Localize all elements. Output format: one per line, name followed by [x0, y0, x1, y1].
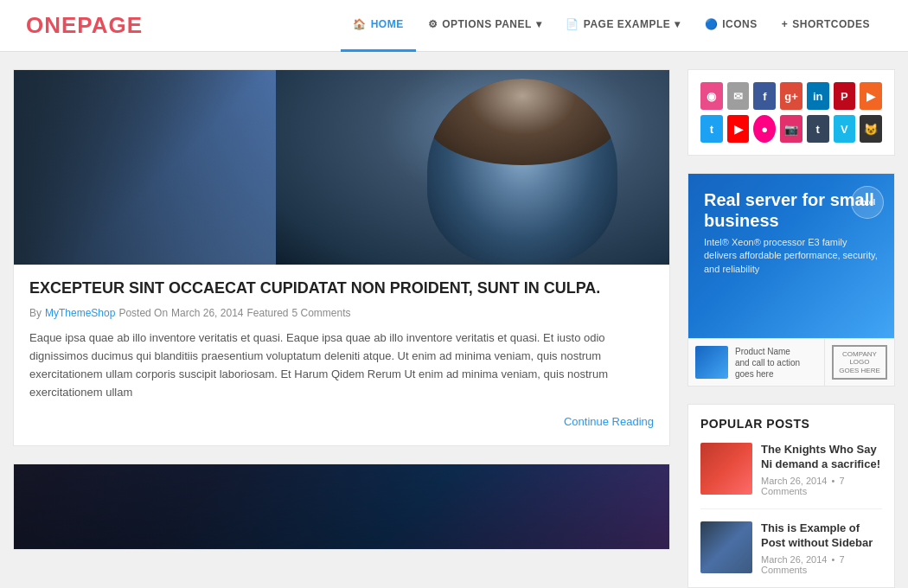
post-excerpt: Eaque ipsa quae ab illo inventore verita…	[29, 329, 654, 401]
social-icon-pinterest[interactable]: P	[834, 82, 856, 110]
social-icons-widget: ◉ ✉ f g+ in P ▶ t ▶ ● 📷 t V 😺	[687, 69, 895, 156]
social-icon-linkedin[interactable]: in	[807, 82, 829, 110]
dot-1: •	[832, 476, 835, 486]
social-icon-dribbble[interactable]: ◉	[700, 82, 723, 110]
intel-logo: intel	[851, 186, 884, 219]
social-icon-facebook[interactable]: f	[753, 82, 776, 110]
image-overlay	[14, 70, 669, 265]
popular-post-1[interactable]: The Knights Who Say Ni demand a sacrific…	[700, 443, 882, 509]
ad-widget[interactable]: intel Real server for small business Int…	[687, 173, 895, 387]
social-row-1: ◉ ✉ f g+ in P ▶	[700, 82, 882, 110]
social-icon-instagram[interactable]: 📷	[780, 115, 802, 143]
social-icon-tumblr[interactable]: t	[807, 115, 829, 143]
post-meta: By MyThemeShop Posted On March 26, 2014 …	[29, 307, 654, 319]
post-comments[interactable]: 5 Comments	[292, 307, 351, 319]
main-nav: 🏠 HOME ⚙ OPTIONS PANEL ▾ 📄 PAGE EXAMPLE …	[341, 0, 882, 51]
popular-post-2-title[interactable]: This is Example of Post without Sidebar	[761, 521, 882, 551]
post-date: March 26, 2014	[171, 307, 243, 319]
popular-post-2-info: This is Example of Post without Sidebar …	[761, 521, 882, 575]
popular-post-2[interactable]: This is Example of Post without Sidebar …	[700, 521, 882, 575]
second-post-card[interactable]	[13, 463, 670, 550]
social-icon-vimeo[interactable]: V	[834, 115, 856, 143]
social-icon-email[interactable]: ✉	[727, 82, 750, 110]
social-icon-cat[interactable]: 😺	[860, 115, 882, 143]
popular-posts-widget: POPULAR POSTS The Knights Who Say Ni dem…	[687, 404, 895, 588]
icons-icon: 🔵	[705, 18, 719, 30]
post-category[interactable]: Featured	[246, 307, 288, 319]
page-icon: 📄	[566, 18, 579, 30]
header: ONEPAGE 🏠 HOME ⚙ OPTIONS PANEL ▾ 📄 PAGE …	[0, 0, 908, 52]
post-body: EXCEPTEUR SINT OCCAECAT CUPIDATAT NON PR…	[14, 265, 669, 445]
options-icon: ⚙	[428, 18, 438, 30]
by-label: By	[29, 307, 42, 319]
post-featured-image[interactable]	[14, 70, 669, 265]
social-icon-twitter[interactable]: t	[700, 115, 723, 143]
social-icon-youtube[interactable]: ▶	[727, 115, 750, 143]
popular-post-2-image	[700, 521, 752, 573]
ad-bottom: Product Nameand call to actiongoes here …	[688, 338, 894, 386]
popular-posts-title: POPULAR POSTS	[700, 417, 882, 431]
home-icon: 🏠	[353, 18, 367, 30]
main-post-card: EXCEPTEUR SINT OCCAECAT CUPIDATAT NON PR…	[13, 69, 670, 446]
nav-item-home[interactable]: 🏠 HOME	[341, 0, 416, 52]
nav-item-shortcodes[interactable]: + SHORTCODES	[770, 0, 882, 52]
popular-post-2-meta: March 26, 2014 • 7 Comments	[761, 554, 882, 575]
social-row-2: t ▶ ● 📷 t V 😺	[700, 115, 882, 143]
ad-logo: COMPANYLOGOGOES HERE	[825, 339, 894, 386]
continue-reading-link[interactable]: Continue Reading	[564, 415, 654, 428]
social-icons-grid: ◉ ✉ f g+ in P ▶ t ▶ ● 📷 t V 😺	[700, 82, 882, 143]
popular-post-1-title[interactable]: The Knights Who Say Ni demand a sacrific…	[761, 443, 882, 472]
popular-post-2-date: March 26, 2014	[761, 554, 827, 565]
ad-product: Product Nameand call to actiongoes here	[688, 339, 825, 386]
plus-icon: +	[782, 18, 789, 30]
popular-post-1-info: The Knights Who Say Ni demand a sacrific…	[761, 443, 882, 496]
city-overlay	[14, 464, 669, 550]
post-author[interactable]: MyThemeShop	[45, 307, 115, 319]
nav-item-options[interactable]: ⚙ OPTIONS PANEL ▾	[416, 0, 554, 52]
nav-item-page-example[interactable]: 📄 PAGE EXAMPLE ▾	[553, 0, 692, 52]
ad-product-image	[695, 346, 728, 379]
page-wrapper: EXCEPTEUR SINT OCCAECAT CUPIDATAT NON PR…	[0, 52, 908, 588]
ad-logo-box: COMPANYLOGOGOES HERE	[832, 345, 887, 380]
posted-label: Posted On	[118, 307, 168, 319]
ad-subtitle: Intel® Xeon® processor E3 family deliver…	[704, 236, 879, 276]
popular-post-1-meta: March 26, 2014 • 7 Comments	[761, 476, 882, 496]
social-icon-gplus[interactable]: g+	[780, 82, 802, 110]
dot-2: •	[832, 554, 835, 565]
social-icon-flickr[interactable]: ●	[753, 115, 776, 143]
ad-product-text: Product Nameand call to actiongoes here	[735, 346, 800, 380]
popular-post-1-image	[700, 443, 752, 495]
ad-image: intel Real server for small business Int…	[688, 174, 894, 338]
site-logo[interactable]: ONEPAGE	[26, 12, 143, 39]
main-content: EXCEPTEUR SINT OCCAECAT CUPIDATAT NON PR…	[13, 69, 670, 588]
nav-item-icons[interactable]: 🔵 ICONS	[693, 0, 770, 52]
popular-post-1-date: March 26, 2014	[761, 476, 827, 486]
social-icon-rss[interactable]: ▶	[860, 82, 882, 110]
dropdown-icon-2: ▾	[675, 18, 681, 30]
post-title[interactable]: EXCEPTEUR SINT OCCAECAT CUPIDATAT NON PR…	[29, 278, 654, 298]
dropdown-icon: ▾	[536, 18, 542, 30]
continue-reading-wrapper: Continue Reading	[29, 414, 654, 431]
second-post-image	[14, 464, 669, 550]
sidebar: ◉ ✉ f g+ in P ▶ t ▶ ● 📷 t V 😺	[687, 69, 895, 588]
